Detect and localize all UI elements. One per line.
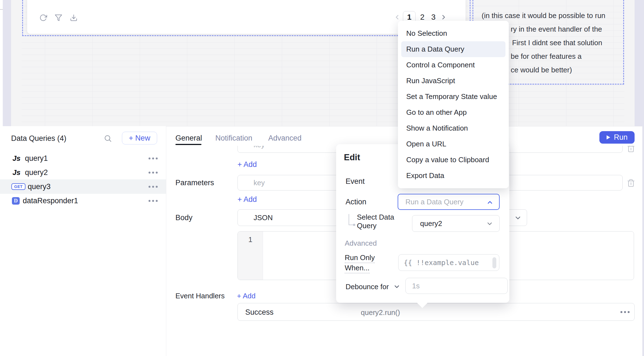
play-icon: [606, 135, 610, 140]
app-root: (in this case it would be possible to ru…: [0, 0, 644, 356]
add-event-handler-link[interactable]: + Add: [237, 292, 255, 300]
left-edge: [0, 0, 3, 126]
note-line: First I didnt see that solution: [512, 39, 602, 47]
menu-item-set-temp-state[interactable]: Set a Temporary State value: [398, 89, 509, 105]
parameters-label: Parameters: [175, 179, 214, 187]
tab-advanced[interactable]: Advanced: [268, 134, 301, 142]
kebab-menu-icon[interactable]: [149, 172, 158, 174]
popover-title: Edit: [344, 152, 360, 162]
tree-connector: [349, 214, 349, 225]
note-line: be for other features a: [511, 52, 582, 60]
tree-connector: [349, 225, 353, 225]
filter-icon[interactable]: [55, 14, 62, 22]
query-name: query2: [25, 168, 48, 177]
handler-action-summary: query2.run(): [361, 308, 400, 317]
chevron-right-icon[interactable]: [440, 14, 447, 21]
note-line: ce would be better): [511, 66, 572, 74]
add-parameter-link[interactable]: + Add: [237, 161, 257, 168]
add-parameter-link[interactable]: + Add: [237, 195, 257, 203]
right-scroll-strip: [642, 126, 644, 356]
js-query-icon: Js: [12, 154, 21, 163]
query-list-item-query3-selected[interactable]: GET query3: [0, 179, 166, 194]
handler-event: Success: [245, 308, 274, 317]
chevron-up-icon: [486, 199, 494, 206]
app-canvas: (in this case it would be possible to ru…: [0, 0, 644, 126]
note-line: ry in the event handler of the: [511, 25, 602, 33]
kebab-menu-icon[interactable]: [149, 186, 158, 188]
run-only-when-input[interactable]: {{ !!example.value: [398, 254, 499, 271]
debounce-label: Debounce for: [346, 283, 389, 291]
trash-icon[interactable]: [627, 179, 635, 188]
kebab-menu-icon[interactable]: [620, 311, 630, 313]
tab-general[interactable]: General: [175, 134, 202, 142]
menu-item-export-data[interactable]: Export Data: [398, 168, 509, 184]
search-icon[interactable]: [104, 134, 112, 143]
select-data-query-label: Select Data Query: [357, 213, 394, 230]
menu-item-copy-clipboard[interactable]: Copy a value to Clipboard: [398, 152, 509, 168]
trash-icon[interactable]: [627, 146, 635, 153]
note-line: (in this case it would be possible to ru…: [482, 12, 605, 19]
menu-item-no-selection[interactable]: No Selection: [398, 26, 509, 41]
datasource-icon: D: [12, 197, 20, 205]
page-button[interactable]: 3: [429, 13, 438, 22]
table-toolbar: [39, 14, 78, 22]
query-list-item-dataresponder1[interactable]: D dataResponder1: [0, 194, 166, 208]
chevron-down-icon: [514, 214, 522, 222]
action-select[interactable]: Run a Data Query: [398, 194, 500, 210]
action-dropdown-menu: No Selection Run a Data Query Control a …: [398, 21, 509, 188]
chevron-left-icon[interactable]: [393, 14, 401, 21]
menu-item-control-component[interactable]: Control a Component: [398, 57, 509, 73]
event-handlers-label: Event Handlers: [175, 292, 225, 300]
data-query-select[interactable]: query2: [412, 215, 500, 232]
left-edge-tick: [0, 9, 3, 10]
chevron-down-icon[interactable]: [393, 283, 400, 290]
event-label: Event: [346, 177, 365, 185]
active-tab-underline: [175, 144, 201, 145]
scrollbar-thumb[interactable]: [492, 257, 496, 268]
run-query-button[interactable]: Run: [599, 131, 635, 144]
refresh-icon[interactable]: [39, 14, 47, 22]
debounce-input[interactable]: 1s: [405, 278, 508, 294]
get-method-badge: GET: [11, 183, 25, 190]
menu-item-run-javascript[interactable]: Run JavaScript: [398, 73, 509, 89]
body-label: Body: [175, 214, 193, 222]
data-queries-title: Data Queries (4): [11, 134, 67, 143]
run-only-when-label: Run Only When...: [345, 253, 375, 272]
menu-item-show-notification[interactable]: Show a Notification: [398, 120, 509, 136]
left-gutter-strip: [3, 0, 11, 126]
action-label: Action: [346, 198, 366, 206]
advanced-section-label: Advanced: [345, 239, 377, 248]
kebab-menu-icon[interactable]: [149, 157, 158, 159]
query-list-item-query1[interactable]: Js query1: [0, 151, 166, 166]
menu-item-run-data-query[interactable]: Run a Data Query: [401, 41, 505, 57]
popover-arrow: [416, 302, 428, 308]
tab-notification[interactable]: Notification: [215, 134, 252, 142]
new-query-button[interactable]: + New: [122, 132, 157, 144]
js-query-icon: Js: [12, 168, 21, 177]
menu-item-open-url[interactable]: Open a URL: [398, 136, 509, 152]
tree-connector-dot: [353, 224, 355, 226]
event-handler-row[interactable]: Success query2.run(): [237, 303, 635, 321]
query-name: query1: [25, 154, 48, 163]
query-name: query3: [28, 182, 51, 191]
page-button[interactable]: 2: [418, 13, 427, 22]
kebab-menu-icon[interactable]: [149, 200, 158, 202]
query-name: dataResponder1: [23, 197, 78, 205]
chevron-down-icon: [486, 220, 493, 227]
menu-item-goto-app[interactable]: Go to an other App: [398, 105, 509, 120]
download-icon[interactable]: [70, 14, 78, 22]
line-number: 1: [238, 235, 263, 244]
query-list-item-query2[interactable]: Js query2: [0, 165, 166, 180]
right-gutter-strip: [635, 0, 644, 126]
